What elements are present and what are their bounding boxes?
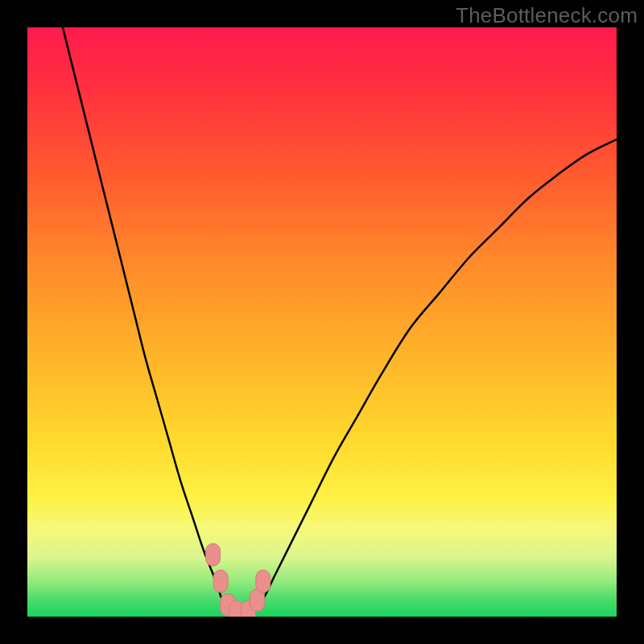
curve-left: [63, 27, 233, 613]
bottleneck-marker: [256, 570, 270, 592]
chart-frame: TheBottleneck.com: [0, 0, 644, 644]
marker-group: [206, 543, 270, 617]
watermark-text: TheBottleneck.com: [456, 3, 638, 28]
curve-layer: [27, 27, 617, 617]
bottleneck-marker: [206, 543, 221, 566]
plot-area: [27, 27, 617, 617]
curve-right: [251, 139, 617, 613]
bottleneck-marker: [213, 570, 228, 592]
